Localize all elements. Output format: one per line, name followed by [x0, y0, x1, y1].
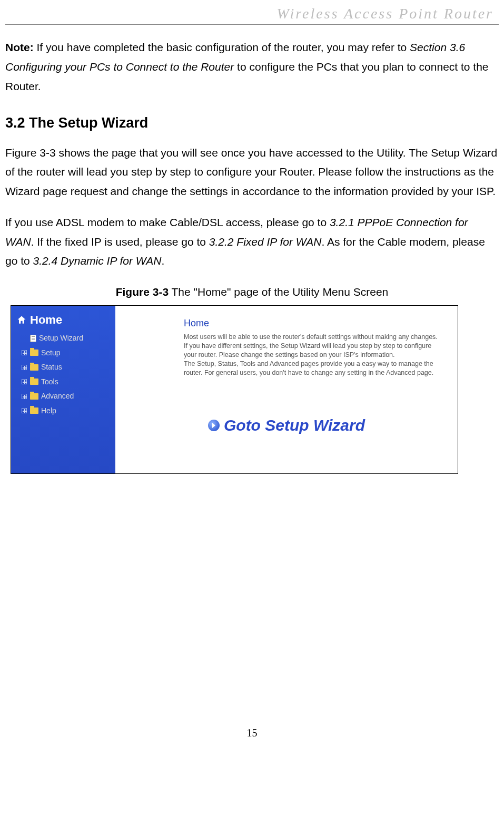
- p2-t1: If you use ADSL modem to make Cable/DSL …: [5, 216, 330, 228]
- doc-icon: [30, 335, 36, 342]
- sidebar-item-label: Advanced: [41, 390, 74, 403]
- expand-icon[interactable]: [22, 365, 27, 370]
- note-paragraph: Note: If you have completed the basic co…: [5, 38, 499, 96]
- expand-icon[interactable]: [22, 379, 27, 384]
- paragraph-2: If you use ADSL modem to make Cable/DSL …: [5, 213, 499, 271]
- expand-icon[interactable]: [22, 394, 27, 399]
- panel-text-1: Most users will be able to use the route…: [184, 333, 442, 360]
- note-label: Note:: [5, 41, 34, 53]
- expand-icon[interactable]: [22, 350, 27, 355]
- sidebar-item-tools[interactable]: Tools: [11, 375, 115, 389]
- sidebar-item-advanced[interactable]: Advanced: [11, 389, 115, 403]
- p2-t4: .: [161, 255, 164, 267]
- goto-wizard-label: Goto Setup Wizard: [224, 412, 365, 440]
- figure-caption-text: The "Home" page of the Utility Menu Scre…: [169, 286, 388, 298]
- figure-label: Figure 3-3: [116, 286, 169, 298]
- sidebar-item-label: Setup Wizard: [39, 332, 83, 345]
- goto-setup-wizard-link[interactable]: Goto Setup Wizard: [131, 412, 442, 440]
- p2-r2: 3.2.2 Fixed IP for WAN: [209, 236, 322, 248]
- folder-icon: [30, 408, 38, 414]
- sidebar-item-status[interactable]: Status: [11, 360, 115, 374]
- section-heading: 3.2 The Setup Wizard: [5, 111, 499, 135]
- sidebar-item-label: Tools: [41, 375, 58, 389]
- expand-icon[interactable]: [22, 408, 27, 413]
- sidebar-home[interactable]: Home: [11, 310, 115, 331]
- sidebar: Home Setup Wizard Setup Status Tools Adv…: [11, 306, 115, 473]
- sidebar-home-label: Home: [30, 310, 62, 331]
- main-panel: Home Most users will be able to use the …: [115, 306, 458, 473]
- sidebar-item-label: Help: [41, 404, 56, 418]
- figure-caption: Figure 3-3 The "Home" page of the Utilit…: [5, 283, 499, 302]
- folder-icon: [30, 379, 38, 385]
- folder-icon: [30, 393, 38, 400]
- paragraph-1: Figure 3-3 shows the page that you will …: [5, 143, 499, 201]
- sidebar-item-label: Setup: [41, 346, 61, 360]
- screenshot-figure: Home Setup Wizard Setup Status Tools Adv…: [11, 305, 458, 474]
- sidebar-item-label: Status: [41, 361, 62, 374]
- panel-heading: Home: [184, 315, 442, 332]
- document-header: Wireless Access Point Router: [277, 5, 493, 22]
- sidebar-item-setup-wizard[interactable]: Setup Wizard: [11, 331, 115, 345]
- sidebar-item-help[interactable]: Help: [11, 404, 115, 418]
- p2-r3: 3.2.4 Dynamic IP for WAN: [33, 255, 162, 267]
- sidebar-item-setup[interactable]: Setup: [11, 346, 115, 360]
- home-icon: [16, 315, 27, 325]
- arrow-bullet-icon: [208, 420, 220, 431]
- folder-icon: [30, 350, 38, 356]
- folder-icon: [30, 364, 38, 371]
- note-text-1: If you have completed the basic configur…: [34, 41, 410, 53]
- panel-text-2: The Setup, Status, Tools and Advanced pa…: [184, 360, 442, 377]
- p2-t2: . If the fixed IP is used, please go to: [31, 236, 209, 248]
- page-number: 15: [0, 727, 504, 750]
